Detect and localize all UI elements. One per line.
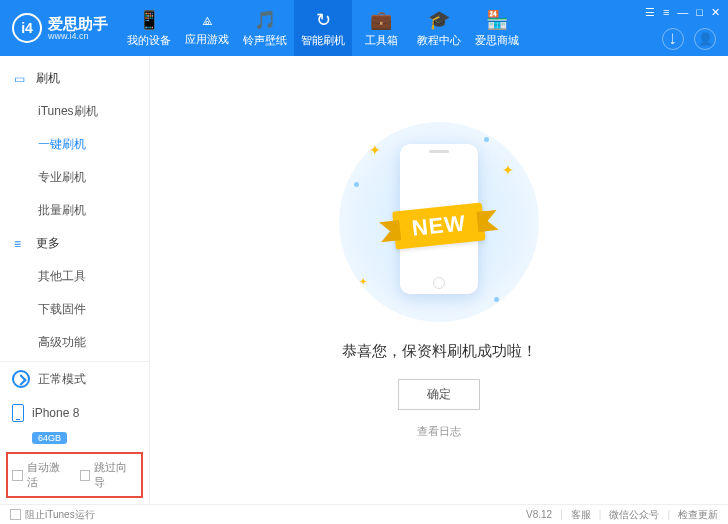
success-message: 恭喜您，保资料刷机成功啦！	[342, 342, 537, 361]
nav-toolbox[interactable]: 💼工具箱	[352, 0, 410, 56]
download-icon[interactable]: ⭣	[662, 28, 684, 50]
sidebar-item-batch[interactable]: 批量刷机	[0, 194, 149, 227]
sidebar: ▭ 刷机 iTunes刷机 一键刷机 专业刷机 批量刷机 ≡ 更多 其他工具 下…	[0, 56, 150, 504]
close-icon[interactable]: ✕	[711, 6, 720, 19]
auto-activate-checkbox[interactable]: 自动激活	[12, 460, 70, 490]
options-box: 自动激活 跳过向导	[6, 452, 143, 498]
minimize-icon[interactable]: —	[677, 6, 688, 19]
nav-tutorials[interactable]: 🎓教程中心	[410, 0, 468, 56]
top-nav: 📱我的设备 ⟁应用游戏 🎵铃声壁纸 ↻智能刷机 💼工具箱 🎓教程中心 🏪爱思商城	[120, 0, 526, 56]
device-info[interactable]: iPhone 8 64GB	[0, 396, 149, 448]
wechat-link[interactable]: 微信公众号	[609, 508, 659, 522]
success-illustration: ✦ ✦ ✦ NEW	[339, 122, 539, 322]
sidebar-item-firmware[interactable]: 下载固件	[0, 293, 149, 326]
ok-button[interactable]: 确定	[398, 379, 480, 410]
sidebar-item-oneclick[interactable]: 一键刷机	[0, 128, 149, 161]
support-link[interactable]: 客服	[571, 508, 591, 522]
device-mode[interactable]: 正常模式	[0, 362, 149, 396]
more-group-icon: ≡	[14, 237, 28, 251]
toolbox-icon: 💼	[370, 9, 392, 31]
device-icon	[12, 404, 24, 422]
flash-group-icon: ▭	[14, 72, 28, 86]
sidebar-item-itunes[interactable]: iTunes刷机	[0, 95, 149, 128]
logo-icon: i4	[12, 13, 42, 43]
update-link[interactable]: 检查更新	[678, 508, 718, 522]
mode-icon	[12, 370, 30, 388]
sidebar-item-pro[interactable]: 专业刷机	[0, 161, 149, 194]
nav-store[interactable]: 🏪爱思商城	[468, 0, 526, 56]
nav-ringtones[interactable]: 🎵铃声壁纸	[236, 0, 294, 56]
apps-icon: ⟁	[202, 9, 213, 30]
music-icon: 🎵	[254, 9, 276, 31]
app-header: i4 爱思助手 www.i4.cn 📱我的设备 ⟁应用游戏 🎵铃声壁纸 ↻智能刷…	[0, 0, 728, 56]
phone-icon: 📱	[138, 9, 160, 31]
version-label: V8.12	[526, 509, 552, 520]
nav-flash[interactable]: ↻智能刷机	[294, 0, 352, 56]
refresh-icon: ↻	[316, 9, 331, 31]
logo: i4 爱思助手 www.i4.cn	[0, 0, 120, 56]
skip-guide-checkbox[interactable]: 跳过向导	[80, 460, 138, 490]
list-icon[interactable]: ≡	[663, 6, 669, 19]
block-itunes-checkbox[interactable]: 阻止iTunes运行	[10, 508, 95, 522]
status-bar: 阻止iTunes运行 V8.12 | 客服 | 微信公众号 | 检查更新	[0, 504, 728, 524]
storage-badge: 64GB	[32, 432, 67, 444]
sidebar-group-flash: ▭ 刷机	[0, 62, 149, 95]
logo-title: 爱思助手	[48, 16, 108, 31]
sidebar-group-more: ≡ 更多	[0, 227, 149, 260]
main-content: ✦ ✦ ✦ NEW 恭喜您，保资料刷机成功啦！ 确定 查看日志	[150, 56, 728, 504]
menu-icon[interactable]: ☰	[645, 6, 655, 19]
sidebar-item-other[interactable]: 其他工具	[0, 260, 149, 293]
maximize-icon[interactable]: □	[696, 6, 703, 19]
user-icon[interactable]: 👤	[694, 28, 716, 50]
view-log-link[interactable]: 查看日志	[417, 424, 461, 439]
nav-my-device[interactable]: 📱我的设备	[120, 0, 178, 56]
window-controls: ☰ ≡ — □ ✕	[645, 6, 720, 19]
sidebar-item-advanced[interactable]: 高级功能	[0, 326, 149, 359]
tutorial-icon: 🎓	[428, 9, 450, 31]
store-icon: 🏪	[486, 9, 508, 31]
nav-apps[interactable]: ⟁应用游戏	[178, 0, 236, 56]
logo-url: www.i4.cn	[48, 31, 108, 41]
